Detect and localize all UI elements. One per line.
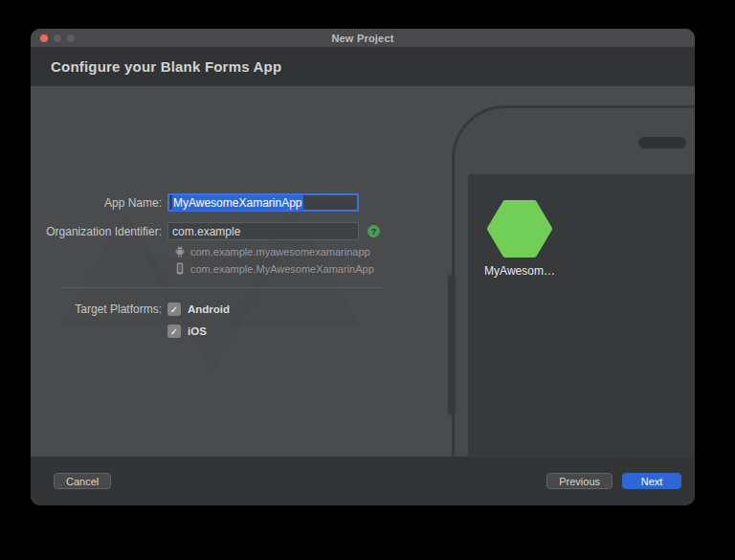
traffic-lights — [40, 29, 75, 47]
help-icon[interactable]: ? — [368, 225, 380, 237]
next-button[interactable]: Next — [622, 473, 681, 489]
minimize-window-button[interactable] — [54, 34, 61, 42]
dialog-content: MyAwesom… App Name: MyAwesomeXamarinApp … — [31, 86, 695, 457]
section-divider — [62, 287, 384, 288]
android-icon — [174, 245, 185, 258]
window-titlebar: New Project — [31, 29, 695, 47]
dialog-header: Configure your Blank Forms App — [31, 47, 695, 86]
cancel-button[interactable]: Cancel — [54, 473, 111, 489]
android-package-preview: com.example.myawesomexamarinapp — [190, 246, 370, 258]
org-identifier-label: Organization Identifier: — [31, 225, 167, 238]
watermark-shape — [145, 258, 279, 373]
ios-bundle-preview: com.example.MyAwesomeXamarinApp — [190, 263, 374, 275]
app-hexagon-icon — [487, 199, 552, 258]
app-name-input[interactable]: MyAwesomeXamarinApp — [167, 193, 359, 212]
dialog-footer: Cancel Previous Next — [31, 457, 695, 505]
ios-checkbox-label: iOS — [188, 325, 207, 337]
ios-checkbox[interactable]: ✓ — [167, 325, 181, 338]
page-title: Configure your Blank Forms App — [51, 58, 281, 75]
target-platforms-label: Target Platforms: — [31, 302, 167, 316]
close-window-button[interactable] — [40, 34, 48, 42]
org-identifier-input[interactable]: com.example — [167, 222, 359, 240]
maximize-window-button[interactable] — [67, 34, 75, 42]
phone-speaker — [638, 137, 686, 148]
org-identifier-value: com.example — [172, 225, 240, 238]
phone-side-button — [448, 275, 456, 414]
window-title: New Project — [331, 33, 393, 44]
previous-button[interactable]: Previous — [546, 473, 612, 489]
iphone-icon — [174, 262, 185, 275]
android-checkbox-label: Android — [188, 303, 230, 315]
android-checkbox[interactable]: ✓ — [167, 302, 181, 316]
app-name-value: MyAwesomeXamarinApp — [172, 195, 303, 211]
preview-app-name: MyAwesom… — [462, 264, 577, 278]
app-name-label: App Name: — [31, 196, 167, 210]
new-project-window: MyAwesom… App Name: MyAwesomeXamarinApp … — [31, 29, 695, 505]
